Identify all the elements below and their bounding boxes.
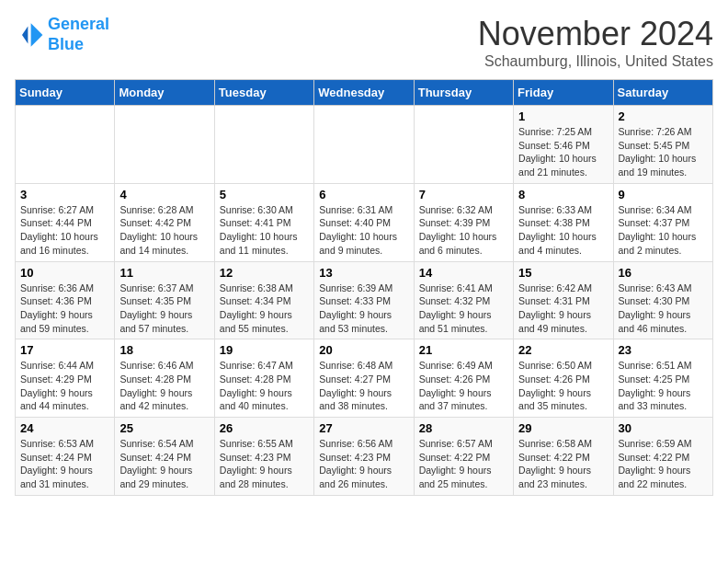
calendar-body: 1 Sunrise: 7:25 AMSunset: 5:46 PMDayligh… [16,106,713,496]
cell-w4-d5: 21 Sunrise: 6:49 AMSunset: 4:26 PMDaylig… [414,339,513,418]
day-info: Sunrise: 6:27 AMSunset: 4:44 PMDaylight:… [20,203,109,258]
cell-w4-d7: 23 Sunrise: 6:51 AMSunset: 4:25 PMDaylig… [613,339,712,418]
day-number: 20 [319,343,408,357]
day-number: 28 [419,421,508,435]
logo-line2: Blue [48,35,84,53]
svg-marker-1 [22,26,28,43]
day-info: Sunrise: 6:55 AMSunset: 4:23 PMDaylight:… [220,437,309,491]
day-number: 10 [20,266,109,280]
day-info: Sunrise: 6:33 AMSunset: 4:38 PMDaylight:… [518,203,608,258]
day-info: Sunrise: 7:26 AMSunset: 5:45 PMDaylight:… [619,125,708,179]
day-info: Sunrise: 6:58 AMSunset: 4:22 PMDaylight:… [518,437,608,491]
day-number: 1 [518,109,608,123]
col-friday: Friday [514,80,613,106]
day-info: Sunrise: 6:54 AMSunset: 4:24 PMDaylight:… [119,437,209,491]
day-number: 25 [119,421,209,435]
cell-w2-d4: 6 Sunrise: 6:31 AMSunset: 4:40 PMDayligh… [314,183,414,261]
col-monday: Monday [115,80,214,106]
cell-w5-d1: 24 Sunrise: 6:53 AMSunset: 4:24 PMDaylig… [16,418,115,496]
week-row-1: 1 Sunrise: 7:25 AMSunset: 5:46 PMDayligh… [16,106,713,184]
col-sunday: Sunday [16,80,115,106]
day-number: 30 [619,421,708,435]
day-info: Sunrise: 6:47 AMSunset: 4:28 PMDaylight:… [220,359,309,413]
week-row-5: 24 Sunrise: 6:53 AMSunset: 4:24 PMDaylig… [16,418,713,496]
cell-w5-d4: 27 Sunrise: 6:56 AMSunset: 4:23 PMDaylig… [314,418,414,496]
day-number: 4 [119,188,209,201]
cell-w3-d3: 12 Sunrise: 6:38 AMSunset: 4:34 PMDaylig… [214,261,313,339]
cell-w2-d7: 9 Sunrise: 6:34 AMSunset: 4:37 PMDayligh… [613,183,712,261]
logo-icon [15,20,44,50]
day-info: Sunrise: 6:34 AMSunset: 4:37 PMDaylight:… [619,203,708,258]
location-title: Schaumburg, Illinois, United States [478,53,713,70]
day-number: 13 [319,266,408,280]
day-number: 12 [220,266,309,280]
cell-w1-d6: 1 Sunrise: 7:25 AMSunset: 5:46 PMDayligh… [514,106,613,184]
day-info: Sunrise: 6:31 AMSunset: 4:40 PMDaylight:… [319,203,408,258]
day-number: 9 [619,188,708,201]
day-number: 17 [20,343,109,357]
col-wednesday: Wednesday [314,80,414,106]
day-info: Sunrise: 6:51 AMSunset: 4:25 PMDaylight:… [619,359,708,413]
week-row-2: 3 Sunrise: 6:27 AMSunset: 4:44 PMDayligh… [16,183,713,261]
cell-w5-d6: 29 Sunrise: 6:58 AMSunset: 4:22 PMDaylig… [514,418,613,496]
day-info: Sunrise: 6:32 AMSunset: 4:39 PMDaylight:… [419,203,508,258]
day-number: 21 [419,343,508,357]
day-info: Sunrise: 6:42 AMSunset: 4:31 PMDaylight:… [518,282,608,336]
header-row: Sunday Monday Tuesday Wednesday Thursday… [16,80,713,106]
day-info: Sunrise: 6:39 AMSunset: 4:33 PMDaylight:… [319,282,408,336]
calendar-header: Sunday Monday Tuesday Wednesday Thursday… [16,80,713,106]
day-number: 24 [20,421,109,435]
cell-w1-d4 [314,106,414,184]
day-info: Sunrise: 6:30 AMSunset: 4:41 PMDaylight:… [220,203,309,258]
day-number: 8 [518,188,608,201]
day-info: Sunrise: 6:50 AMSunset: 4:26 PMDaylight:… [518,359,608,413]
cell-w5-d5: 28 Sunrise: 6:57 AMSunset: 4:22 PMDaylig… [414,418,513,496]
day-number: 7 [419,188,508,201]
day-info: Sunrise: 6:56 AMSunset: 4:23 PMDaylight:… [319,437,408,491]
cell-w2-d6: 8 Sunrise: 6:33 AMSunset: 4:38 PMDayligh… [514,183,613,261]
cell-w4-d1: 17 Sunrise: 6:44 AMSunset: 4:29 PMDaylig… [16,339,115,418]
day-number: 19 [220,343,309,357]
cell-w3-d6: 15 Sunrise: 6:42 AMSunset: 4:31 PMDaylig… [514,261,613,339]
day-info: Sunrise: 6:53 AMSunset: 4:24 PMDaylight:… [20,437,109,491]
day-number: 27 [319,421,408,435]
cell-w1-d1 [16,106,115,184]
col-saturday: Saturday [613,80,712,106]
cell-w1-d7: 2 Sunrise: 7:26 AMSunset: 5:45 PMDayligh… [613,106,712,184]
cell-w3-d4: 13 Sunrise: 6:39 AMSunset: 4:33 PMDaylig… [314,261,414,339]
day-number: 16 [619,266,708,280]
cell-w4-d3: 19 Sunrise: 6:47 AMSunset: 4:28 PMDaylig… [214,339,313,418]
header: General Blue November 2024 Schaumburg, I… [15,15,713,70]
day-number: 11 [119,266,209,280]
cell-w3-d7: 16 Sunrise: 6:43 AMSunset: 4:30 PMDaylig… [613,261,712,339]
cell-w2-d5: 7 Sunrise: 6:32 AMSunset: 4:39 PMDayligh… [414,183,513,261]
week-row-3: 10 Sunrise: 6:36 AMSunset: 4:36 PMDaylig… [16,261,713,339]
day-info: Sunrise: 6:37 AMSunset: 4:35 PMDaylight:… [119,282,209,336]
week-row-4: 17 Sunrise: 6:44 AMSunset: 4:29 PMDaylig… [16,339,713,418]
day-number: 29 [518,421,608,435]
cell-w5-d3: 26 Sunrise: 6:55 AMSunset: 4:23 PMDaylig… [214,418,313,496]
day-number: 14 [419,266,508,280]
day-info: Sunrise: 6:49 AMSunset: 4:26 PMDaylight:… [419,359,508,413]
cell-w3-d2: 11 Sunrise: 6:37 AMSunset: 4:35 PMDaylig… [115,261,214,339]
day-number: 3 [20,188,109,201]
cell-w2-d3: 5 Sunrise: 6:30 AMSunset: 4:41 PMDayligh… [214,183,313,261]
day-info: Sunrise: 6:46 AMSunset: 4:28 PMDaylight:… [119,359,209,413]
cell-w1-d2 [115,106,214,184]
cell-w4-d2: 18 Sunrise: 6:46 AMSunset: 4:28 PMDaylig… [115,339,214,418]
svg-marker-0 [31,23,43,47]
cell-w4-d6: 22 Sunrise: 6:50 AMSunset: 4:26 PMDaylig… [514,339,613,418]
day-number: 15 [518,266,608,280]
cell-w2-d1: 3 Sunrise: 6:27 AMSunset: 4:44 PMDayligh… [16,183,115,261]
day-number: 26 [220,421,309,435]
col-thursday: Thursday [414,80,513,106]
logo-text: General Blue [48,15,109,54]
day-info: Sunrise: 6:41 AMSunset: 4:32 PMDaylight:… [419,282,508,336]
day-info: Sunrise: 6:59 AMSunset: 4:22 PMDaylight:… [619,437,708,491]
col-tuesday: Tuesday [214,80,313,106]
day-number: 18 [119,343,209,357]
day-info: Sunrise: 7:25 AMSunset: 5:46 PMDaylight:… [518,125,608,179]
title-section: November 2024 Schaumburg, Illinois, Unit… [478,15,713,70]
day-info: Sunrise: 6:38 AMSunset: 4:34 PMDaylight:… [220,282,309,336]
day-number: 5 [220,188,309,201]
